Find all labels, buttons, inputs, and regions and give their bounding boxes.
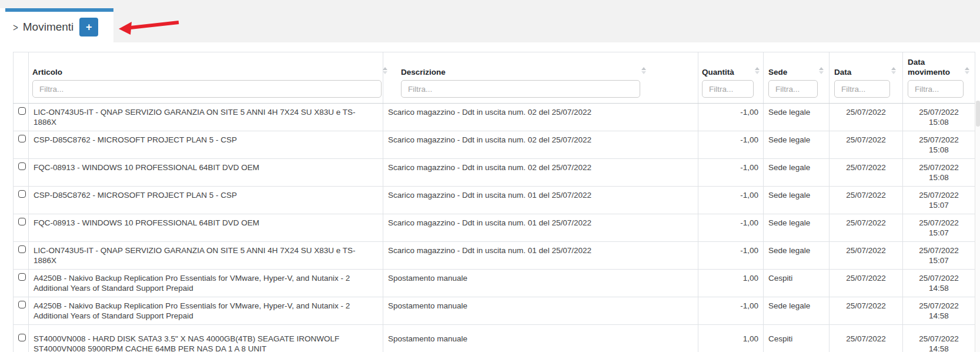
- cell-articolo: CSP-D85C8762 - MICROSOFT PROJECT PLAN 5 …: [29, 131, 383, 159]
- header-descrizione: Descrizione: [383, 52, 698, 104]
- cell-data-movimento: 25/07/202214:58: [903, 297, 975, 325]
- cell-quantita: -1,00: [698, 242, 764, 270]
- cell-data: 25/07/2022: [830, 270, 903, 297]
- cell-articolo: FQC-08913 - WINDOWS 10 PROFESSIONAL 64BI…: [29, 159, 383, 187]
- cell-sede: Sede legale: [764, 187, 830, 214]
- cell-quantita: -1,00: [698, 187, 764, 214]
- row-checkbox[interactable]: [18, 301, 26, 308]
- cell-sede: Sede legale: [764, 159, 830, 187]
- cell-data-movimento: 25/07/202214:58: [903, 325, 975, 352]
- page-title: Movimenti: [23, 21, 74, 34]
- top-strip: [0, 0, 980, 8]
- table-row[interactable]: LIC-ON743U5-IT - QNAP SERVIZIO GARANZIA …: [14, 242, 975, 270]
- cell-quantita: -1,00: [698, 297, 764, 325]
- movimenti-table: Articolo Descrizione Quantità: [13, 52, 975, 352]
- cell-sede: Sede legale: [764, 297, 830, 325]
- cell-data-movimento: 25/07/202215:08: [903, 104, 975, 131]
- sort-icon[interactable]: [755, 67, 760, 74]
- cell-articolo: ST4000VN008 - HARD DISK SATA3 3.5" X NAS…: [29, 325, 383, 352]
- column-label-data-movimento: Data movimento: [908, 57, 956, 77]
- cell-data: 25/07/2022: [830, 242, 903, 270]
- cell-sede: Sede legale: [764, 242, 830, 270]
- annotation-arrow-icon: [116, 18, 182, 35]
- column-label-quantita: Quantità: [702, 67, 734, 77]
- filter-input-descrizione[interactable]: [401, 80, 640, 98]
- cell-articolo: FQC-08913 - WINDOWS 10 PROFESSIONAL 64BI…: [29, 214, 383, 242]
- cell-quantita: -1,00: [698, 104, 764, 131]
- sort-icon[interactable]: [641, 67, 646, 74]
- filter-input-data-movimento[interactable]: [834, 80, 890, 98]
- row-checkbox[interactable]: [18, 190, 26, 198]
- cell-data: 25/07/2022: [830, 187, 903, 214]
- cell-data: 25/07/2022: [830, 131, 903, 159]
- cell-data-movimento: 25/07/202215:07: [903, 187, 975, 214]
- tab-movimenti[interactable]: > Movimenti +: [5, 8, 113, 42]
- filter-input-articolo[interactable]: [32, 80, 382, 98]
- cell-articolo: A4250B - Nakivo Backup Replication Pro E…: [29, 297, 383, 325]
- filter-input-sede[interactable]: [768, 80, 818, 98]
- add-movimento-button[interactable]: +: [79, 18, 98, 36]
- sort-icon[interactable]: [965, 67, 969, 74]
- sort-icon[interactable]: [383, 67, 387, 74]
- cell-data-movimento: 25/07/202214:58: [903, 270, 975, 297]
- cell-descrizione: Spostamento manuale: [383, 297, 698, 325]
- row-checkbox[interactable]: [18, 218, 26, 225]
- cell-quantita: -1,00: [698, 159, 764, 187]
- table-row[interactable]: A4250B - Nakivo Backup Replication Pro E…: [14, 270, 975, 297]
- page: > Movimenti + Articolo: [0, 0, 980, 352]
- cell-descrizione: Scarico magazzino - Ddt in uscita num. 0…: [383, 104, 698, 131]
- header-data-movimento: Data movimento: [903, 52, 975, 104]
- column-label-sede: Sede: [768, 67, 787, 77]
- filter-input-data-movimento-2[interactable]: [908, 80, 964, 98]
- cell-quantita: -1,00: [698, 131, 764, 159]
- cell-data-movimento: 25/07/202215:08: [903, 131, 975, 159]
- cell-sede: Sede legale: [764, 131, 830, 159]
- table-row[interactable]: ST4000VN008 - HARD DISK SATA3 3.5" X NAS…: [14, 325, 975, 352]
- cell-descrizione: Scarico magazzino - Ddt in uscita num. 0…: [383, 159, 698, 187]
- cell-data-movimento: 25/07/202215:08: [903, 159, 975, 187]
- header-data: Data: [830, 52, 903, 104]
- cell-descrizione: Spostamento manuale: [383, 325, 698, 352]
- table-row[interactable]: CSP-D85C8762 - MICROSOFT PROJECT PLAN 5 …: [14, 131, 975, 159]
- cell-data-movimento: 25/07/202215:07: [903, 214, 975, 242]
- column-label-data: Data: [834, 67, 851, 77]
- sort-icon[interactable]: [891, 67, 896, 74]
- column-label-articolo: Articolo: [32, 67, 62, 77]
- cell-sede: Sede legale: [764, 214, 830, 242]
- cell-articolo: CSP-D85C8762 - MICROSOFT PROJECT PLAN 5 …: [29, 187, 383, 214]
- sort-icon[interactable]: [819, 67, 824, 74]
- filter-input-quantita[interactable]: [702, 80, 754, 98]
- cell-data-movimento: 25/07/202215:07: [903, 242, 975, 270]
- tab-bar-background: [113, 8, 980, 42]
- row-checkbox[interactable]: [18, 334, 26, 341]
- cell-sede: Sede legale: [764, 104, 830, 131]
- table-row[interactable]: FQC-08913 - WINDOWS 10 PROFESSIONAL 64BI…: [14, 214, 975, 242]
- header-sede: Sede: [764, 52, 830, 104]
- column-label-descrizione: Descrizione: [401, 67, 446, 77]
- table-row[interactable]: LIC-ON743U5-IT - QNAP SERVIZIO GARANZIA …: [14, 104, 975, 131]
- cell-data: 25/07/2022: [830, 325, 903, 352]
- header-quantita: Quantità: [698, 52, 764, 104]
- table-row[interactable]: CSP-D85C8762 - MICROSOFT PROJECT PLAN 5 …: [14, 187, 975, 214]
- cell-data: 25/07/2022: [830, 104, 903, 131]
- row-checkbox[interactable]: [18, 273, 26, 281]
- cell-articolo: LIC-ON743U5-IT - QNAP SERVIZIO GARANZIA …: [29, 242, 383, 270]
- table-row[interactable]: FQC-08913 - WINDOWS 10 PROFESSIONAL 64BI…: [14, 159, 975, 187]
- cell-sede: Cespiti: [764, 270, 830, 297]
- cell-articolo: A4250B - Nakivo Backup Replication Pro E…: [29, 270, 383, 297]
- cell-data: 25/07/2022: [830, 159, 903, 187]
- cell-descrizione: Scarico magazzino - Ddt in uscita num. 0…: [383, 131, 698, 159]
- table-row[interactable]: A4250B - Nakivo Backup Replication Pro E…: [14, 297, 975, 325]
- row-checkbox[interactable]: [18, 162, 26, 170]
- header-checkbox-cell: [14, 52, 29, 104]
- row-checkbox[interactable]: [18, 135, 26, 142]
- cell-quantita: -1,00: [698, 214, 764, 242]
- cell-descrizione: Spostamento manuale: [383, 270, 698, 297]
- row-checkbox[interactable]: [18, 245, 26, 253]
- cell-data: 25/07/2022: [830, 297, 903, 325]
- scrollbar-thumb[interactable]: [976, 101, 980, 127]
- header-articolo: Articolo: [29, 52, 383, 104]
- cell-sede: Cespiti: [764, 325, 830, 352]
- cell-data: 25/07/2022: [830, 214, 903, 242]
- row-checkbox[interactable]: [18, 107, 26, 115]
